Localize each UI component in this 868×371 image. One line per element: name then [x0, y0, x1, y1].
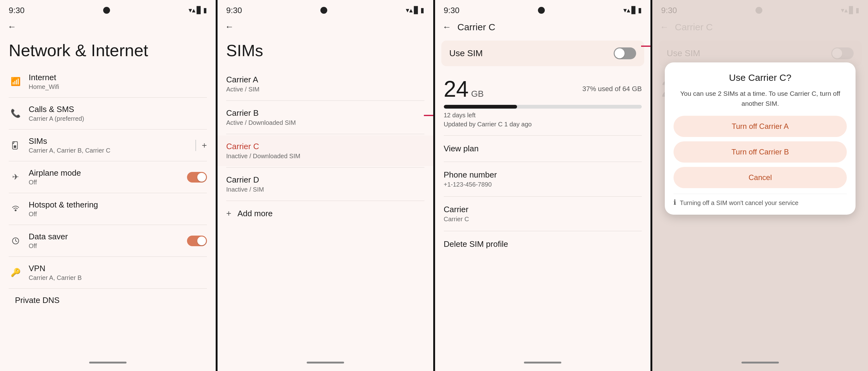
status-time-1: 9:30: [9, 6, 25, 15]
divider: [9, 256, 207, 257]
battery-icon-2: ▮: [421, 6, 424, 15]
add-more-label: Add more: [238, 209, 273, 219]
divider: [226, 201, 425, 201]
info-icon: ℹ: [674, 198, 676, 206]
vpn-sublabel: Carrier A, Carrier B: [29, 274, 207, 281]
back-arrow-2[interactable]: ←: [225, 22, 234, 32]
menu-item-privatedns[interactable]: Private DNS: [0, 290, 216, 311]
view-plan-label: View plan: [444, 144, 642, 153]
signal-icons-2: ▾▴ ▊ ▮: [406, 6, 424, 15]
carrier-label: Carrier: [444, 205, 642, 215]
data-bar-fill: [444, 105, 517, 109]
carrier-c-item[interactable]: Carrier C Inactive / Downloaded SIM: [218, 136, 433, 166]
datasaver-label: Data saver: [29, 232, 187, 241]
screen1-panel: 9:30 ▾▴ ▊ ▮ ← Network & Internet 📶 Inter…: [0, 0, 216, 371]
dialog-notice-text: Turning off a SIM won't cancel your serv…: [680, 198, 799, 207]
camera-dot-3: [538, 7, 545, 14]
status-time-2: 9:30: [226, 6, 242, 15]
phone-number-label: Phone number: [444, 170, 642, 180]
calls-label: Calls & SMS: [29, 105, 207, 114]
internet-label: Internet: [29, 73, 207, 82]
airplane-sublabel: Off: [29, 179, 187, 186]
cancel-button[interactable]: Cancel: [674, 167, 847, 188]
svg-point-2: [14, 209, 17, 211]
carrier-b-status: Active / Downloaded SIM: [226, 119, 425, 126]
carrier-value: Carrier C: [444, 216, 642, 223]
hotspot-sublabel: Off: [29, 210, 207, 218]
status-bar-2: 9:30 ▾▴ ▊ ▮: [218, 0, 433, 18]
bottom-bar-3: [524, 362, 561, 364]
carrier-d-item[interactable]: Carrier D Inactive / SIM: [218, 169, 433, 199]
menu-item-hotspot[interactable]: Hotspot & tethering Off: [0, 194, 216, 223]
vpn-icon: 🔑: [9, 266, 23, 280]
bottom-bar-1: [89, 362, 127, 364]
divider: [444, 162, 642, 162]
datasaver-toggle-thumb: [197, 236, 206, 245]
signal-icons-1: ▾▴ ▊ ▮: [189, 6, 207, 15]
screen3-panel: 9:30 ▾▴ ▊ ▮ ← Carrier C Use SIM 24 GB 37…: [435, 0, 651, 371]
carrier-b-item[interactable]: Carrier B Active / Downloaded SIM: [218, 102, 433, 133]
privatedns-label: Private DNS: [15, 295, 207, 305]
menu-item-vpn[interactable]: 🔑 VPN Carrier A, Carrier B: [0, 258, 216, 287]
menu-item-datasaver[interactable]: Data saver Off: [0, 226, 216, 255]
use-sim-label: Use SIM: [450, 48, 483, 58]
hotspot-icon: [9, 202, 23, 216]
datasaver-toggle[interactable]: [187, 235, 207, 246]
use-sim-row[interactable]: Use SIM: [441, 40, 645, 66]
airplane-toggle[interactable]: [187, 172, 207, 182]
updated-label: Updated by Carrier C 1 day ago: [444, 121, 642, 128]
camera-dot-1: [103, 7, 110, 14]
wifi-signal-icon-3: ▾▴: [623, 6, 630, 15]
turn-off-carrier-b-button[interactable]: Turn off Carrier B: [674, 141, 847, 163]
use-sim-toggle[interactable]: [614, 48, 636, 59]
airplane-toggle-thumb: [197, 173, 206, 181]
back-row-1[interactable]: ←: [0, 18, 216, 36]
menu-item-sims[interactable]: SIMs Carrier A, Carrier B, Carrier C +: [0, 131, 216, 160]
wifi-signal-icon: ▾▴: [189, 6, 195, 15]
use-sim-toggle-thumb: [615, 48, 625, 58]
divider: [9, 288, 207, 289]
menu-item-calls[interactable]: 📞 Calls & SMS Carrier A (preferred): [0, 99, 216, 128]
back-row-3[interactable]: ← Carrier C: [435, 18, 651, 37]
sim-icon: [9, 139, 23, 152]
datasaver-icon: [9, 234, 23, 248]
turn-off-carrier-a-button[interactable]: Turn off Carrier A: [674, 116, 847, 137]
carrier-d-name: Carrier D: [226, 175, 425, 185]
back-row-2[interactable]: ←: [218, 18, 433, 36]
camera-dot-2: [320, 7, 327, 14]
internet-sublabel: Home_Wifi: [29, 83, 207, 90]
divider: [9, 97, 207, 98]
data-percent: 37% used of 64 GB: [582, 85, 642, 93]
view-plan-item[interactable]: View plan: [435, 137, 651, 161]
screen4-panel: 9:30 ▾▴ ▊ ▮ ← Carrier C Use SIM 24 GB: [652, 0, 868, 371]
carrier-c-status: Inactive / Downloaded SIM: [226, 152, 425, 160]
phone-number-item[interactable]: Phone number +1-123-456-7890: [435, 163, 651, 195]
back-arrow-1[interactable]: ←: [7, 22, 16, 32]
add-more-row[interactable]: + Add more: [218, 202, 433, 225]
divider: [9, 193, 207, 193]
signal-bar-icon-3: ▊: [631, 6, 637, 15]
dialog-description: You can use 2 SIMs at a time. To use Car…: [674, 89, 847, 108]
signal-bar-icon-2: ▊: [414, 6, 419, 15]
status-bar-3: 9:30 ▾▴ ▊ ▮: [435, 0, 651, 18]
bottom-bar-2: [307, 362, 344, 364]
airplane-label: Airplane mode: [29, 168, 187, 178]
screen2-panel: 9:30 ▾▴ ▊ ▮ ← SIMs Carrier A Active / SI…: [218, 0, 433, 371]
back-arrow-3[interactable]: ←: [442, 22, 451, 32]
menu-item-internet[interactable]: 📶 Internet Home_Wifi: [0, 67, 216, 96]
hotspot-label: Hotspot & tethering: [29, 200, 207, 210]
sims-sublabel: Carrier A, Carrier B, Carrier C: [29, 147, 193, 154]
delete-profile-item[interactable]: Delete SIM profile: [435, 232, 651, 256]
carrier-item[interactable]: Carrier Carrier C: [435, 198, 651, 230]
signal-icons-3: ▾▴ ▊ ▮: [623, 6, 642, 15]
divider: [444, 231, 642, 231]
carrier-a-item[interactable]: Carrier A Active / SIM: [218, 69, 433, 99]
phone-icon: 📞: [9, 107, 23, 120]
divider: [444, 196, 642, 197]
data-section: 24 GB 37% used of 64 GB 12 days left Upd…: [435, 70, 651, 134]
data-number: 24: [444, 76, 469, 102]
battery-icon-1: ▮: [203, 6, 207, 15]
menu-item-airplane[interactable]: ✈ Airplane mode Off: [0, 163, 216, 192]
dialog-title: Use Carrier C?: [674, 73, 847, 83]
add-sim-icon[interactable]: +: [202, 140, 207, 150]
